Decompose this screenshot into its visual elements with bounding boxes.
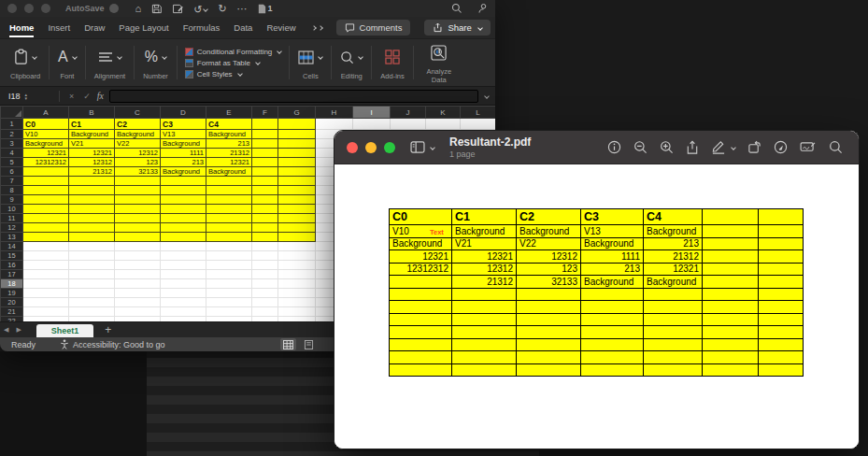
spreadsheet-cell[interactable] [252, 317, 278, 322]
column-header-D[interactable]: D [161, 107, 206, 119]
spreadsheet-cell[interactable] [69, 298, 115, 307]
spreadsheet-cell[interactable] [161, 307, 206, 317]
search-icon[interactable] [451, 3, 462, 14]
spreadsheet-cell[interactable] [252, 214, 278, 223]
spreadsheet-cell[interactable] [23, 177, 69, 186]
spreadsheet-cell[interactable]: 21312 [69, 167, 115, 177]
row-header-19[interactable]: 19 [1, 289, 23, 298]
spreadsheet-cell[interactable]: Background [161, 139, 206, 149]
spreadsheet-cell[interactable] [252, 205, 278, 214]
spreadsheet-cell[interactable] [278, 205, 316, 214]
ribbon-group-alignment[interactable]: Alignment [86, 39, 134, 86]
spreadsheet-cell[interactable]: V22 [115, 139, 161, 149]
row-header-20[interactable]: 20 [1, 298, 23, 307]
spreadsheet-cell[interactable] [161, 298, 206, 307]
spreadsheet-cell[interactable] [206, 177, 252, 186]
spreadsheet-cell[interactable] [206, 270, 252, 279]
spreadsheet-cell[interactable] [161, 233, 206, 242]
spreadsheet-cell[interactable]: V21 [69, 139, 115, 149]
spreadsheet-cell[interactable] [115, 251, 161, 261]
spreadsheet-cell[interactable]: V10 [23, 130, 69, 139]
spreadsheet-cell[interactable] [206, 317, 252, 322]
tab-formulas[interactable]: Formulas [183, 18, 221, 37]
spreadsheet-cell[interactable]: Background [23, 139, 69, 149]
sheet-tab-sheet1[interactable]: Sheet1 [36, 324, 94, 338]
row-header-6[interactable]: 6 [1, 167, 23, 177]
tab-data[interactable]: Data [234, 18, 252, 37]
spreadsheet-cell[interactable] [161, 195, 206, 205]
spreadsheet-cell[interactable] [23, 242, 69, 251]
minimize-button[interactable] [24, 4, 34, 13]
spreadsheet-cell[interactable] [278, 317, 316, 322]
column-header-F[interactable]: F [252, 107, 278, 119]
spreadsheet-cell[interactable] [161, 289, 206, 298]
spreadsheet-cell[interactable] [69, 214, 115, 223]
spreadsheet-cell[interactable] [278, 119, 316, 130]
spreadsheet-cell[interactable] [115, 298, 161, 307]
spreadsheet-cell[interactable]: 12321 [23, 149, 69, 158]
spreadsheet-cell[interactable] [278, 261, 316, 270]
spreadsheet-cell[interactable] [252, 270, 278, 279]
spreadsheet-cell[interactable]: Background [115, 130, 161, 139]
spreadsheet-cell[interactable]: 21312 [206, 149, 252, 158]
profile-icon[interactable] [477, 3, 488, 14]
zoom-in-icon[interactable] [660, 140, 674, 154]
spreadsheet-cell[interactable] [115, 186, 161, 195]
zoom-button[interactable] [384, 142, 395, 153]
column-header-C[interactable]: C [115, 107, 161, 119]
spreadsheet-cell[interactable] [161, 317, 206, 322]
sidebar-toggle[interactable] [410, 141, 434, 153]
spreadsheet-cell[interactable] [278, 279, 316, 289]
spreadsheet-cell[interactable] [278, 186, 316, 195]
spreadsheet-cell[interactable]: 213 [161, 158, 206, 167]
spreadsheet-cell[interactable] [206, 242, 252, 251]
row-header-4[interactable]: 4 [1, 149, 23, 158]
name-box-stepper[interactable]: ▴▾ [25, 93, 28, 100]
home-icon[interactable]: ⌂ [135, 4, 142, 14]
pdf-text-annotation[interactable]: Text [430, 228, 444, 236]
spreadsheet-cell[interactable] [69, 177, 115, 186]
spreadsheet-cell[interactable] [206, 289, 252, 298]
spreadsheet-cell[interactable] [161, 177, 206, 186]
spreadsheet-cell[interactable]: 12312 [69, 158, 115, 167]
spreadsheet-cell[interactable] [278, 130, 316, 139]
ribbon-group-clipboard[interactable]: Clipboard [2, 39, 49, 86]
undo-chevron-icon[interactable] [204, 7, 209, 12]
spreadsheet-cell[interactable] [206, 261, 252, 270]
tab-insert[interactable]: Insert [48, 18, 70, 37]
spreadsheet-cell[interactable] [115, 270, 161, 279]
save-as-icon[interactable] [172, 4, 183, 14]
row-header-8[interactable]: 8 [1, 186, 23, 195]
spreadsheet-cell[interactable] [69, 251, 115, 261]
spreadsheet-cell[interactable] [115, 307, 161, 317]
spreadsheet-cell[interactable] [206, 307, 252, 317]
spreadsheet-cell[interactable] [23, 167, 69, 177]
spreadsheet-cell[interactable] [278, 158, 316, 167]
column-header-H[interactable]: H [316, 107, 353, 119]
spreadsheet-cell[interactable]: 12312 [115, 149, 161, 158]
spreadsheet-cell[interactable] [206, 223, 252, 233]
conditional-formatting-button[interactable]: Conditional Formatting [185, 48, 281, 56]
spreadsheet-cell[interactable] [278, 289, 316, 298]
spreadsheet-cell[interactable] [426, 119, 461, 130]
spreadsheet-cell[interactable] [461, 119, 496, 130]
spreadsheet-cell[interactable] [23, 223, 69, 233]
column-header-J[interactable]: J [391, 107, 426, 119]
spreadsheet-cell[interactable] [115, 233, 161, 242]
row-header-13[interactable]: 13 [1, 233, 23, 242]
spreadsheet-cell[interactable] [278, 251, 316, 261]
spreadsheet-cell[interactable] [161, 261, 206, 270]
close-button[interactable] [347, 142, 358, 153]
spreadsheet-cell[interactable]: C1 [69, 119, 115, 130]
spreadsheet-cell[interactable] [278, 167, 316, 177]
zoom-button[interactable] [41, 4, 50, 13]
share-icon[interactable] [686, 140, 699, 155]
spreadsheet-cell[interactable] [161, 251, 206, 261]
column-header-B[interactable]: B [69, 107, 115, 119]
spreadsheet-cell[interactable] [252, 149, 278, 158]
prev-sheet-icon[interactable]: ◀ [4, 326, 8, 334]
spreadsheet-cell[interactable] [115, 261, 161, 270]
spreadsheet-cell[interactable] [115, 242, 161, 251]
spreadsheet-cell[interactable] [161, 279, 206, 289]
spreadsheet-cell[interactable]: Background [206, 167, 252, 177]
